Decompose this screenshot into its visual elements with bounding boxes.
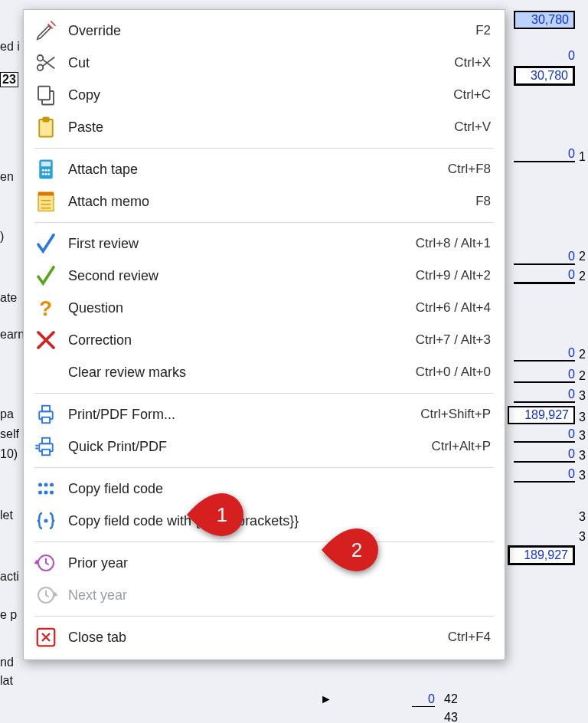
svg-rect-7 [41,162,51,166]
line-number: 3 [579,411,586,424]
svg-point-13 [47,173,50,175]
menu-shortcut: Ctrl+Alt+P [432,439,491,454]
menu-copy-field-code-curly[interactable]: Copy field code with {{curly brackets}} [24,505,505,537]
bg-label: ate [0,291,17,305]
menu-label: First review [68,236,416,252]
line-number: 3 [579,449,586,463]
menu-label: Quick Print/PDF [68,439,432,455]
menu-label: Copy field code with {{curly brackets}} [68,513,491,529]
menu-shortcut: Ctrl+X [454,55,491,70]
printer-icon [34,403,57,426]
check-blue-icon [34,232,57,255]
svg-rect-5 [43,118,49,122]
line-number: 2 [579,348,586,362]
copy-icon [34,83,57,106]
menu-label: Print/PDF Form... [68,407,420,423]
menu-shortcut: Ctrl+Shift+P [420,407,491,422]
svg-rect-15 [38,192,54,196]
line-number: 2 [579,369,586,383]
menu-label: Clear review marks [68,365,416,381]
menu-separator [34,616,494,617]
menu-question[interactable]: ? Question Ctrl+6 / Alt+4 [24,292,505,324]
menu-next-year: Next year [24,579,505,611]
menu-attach-tape[interactable]: Attach tape Ctrl+F8 [24,153,505,185]
line-number: 3 [579,469,586,483]
line-number: 3 [579,530,586,544]
curly-brackets-icon [34,509,57,532]
cell-value[interactable]: 30,780 [514,11,575,29]
cell-value: 0 [514,268,575,284]
svg-point-28 [50,483,54,487]
menu-label: Attach memo [68,194,475,210]
svg-point-31 [50,491,54,495]
menu-shortcut: Ctrl+0 / Alt+0 [416,365,491,380]
cell-value: 0 [514,467,575,483]
svg-point-11 [42,173,44,175]
menu-shortcut: F8 [475,194,491,209]
menu-quick-print[interactable]: Quick Print/PDF Ctrl+Alt+P [24,430,505,463]
menu-shortcut: Ctrl+C [453,87,491,103]
menu-label: Next year [68,587,491,604]
menu-print-pdf[interactable]: Print/PDF Form... Ctrl+Shift+P [24,398,505,430]
menu-label: Second review [68,268,416,284]
menu-label: Close tab [68,630,448,646]
bg-label: 23 [0,72,18,87]
menu-copy-field-code[interactable]: Copy field code [24,473,505,505]
menu-first-review[interactable]: First review Ctrl+8 / Alt+1 [24,227,505,260]
cell-value: 0 [514,147,575,162]
menu-shortcut: F2 [475,23,491,38]
menu-shortcut: Ctrl+9 / Alt+2 [416,268,491,283]
line-number: 43 [444,711,458,723]
menu-copy[interactable]: Copy Ctrl+C [24,79,505,111]
bg-label: pa [0,407,14,421]
menu-second-review[interactable]: Second review Ctrl+9 / Alt+2 [24,260,505,292]
clipboard-icon [34,116,57,139]
svg-point-29 [38,491,42,495]
line-number: 2 [579,250,586,263]
scissors-icon [34,51,57,74]
menu-label: Copy [68,87,453,103]
menu-label: Copy field code [68,481,491,497]
bg-label: ) [0,230,4,244]
menu-separator [34,541,494,542]
svg-point-8 [42,169,44,172]
menu-clear-review[interactable]: Clear review marks Ctrl+0 / Alt+0 [24,356,505,388]
menu-override[interactable]: Override F2 [24,15,505,47]
menu-shortcut: Ctrl+V [454,119,491,135]
menu-separator [34,393,494,394]
question-icon: ? [34,296,57,319]
svg-rect-24 [42,438,50,444]
cell-value: 0 [412,692,435,707]
cell-value[interactable]: 189,927 [508,545,575,565]
clock-back-icon [34,551,57,574]
cell-value: 0 [514,49,575,63]
menu-prior-year[interactable]: Prior year [24,547,505,579]
bg-label: 10) [0,447,18,461]
svg-point-26 [38,483,42,487]
cell-value[interactable]: 189,927 [508,406,575,424]
menu-correction[interactable]: Correction Ctrl+7 / Alt+3 [24,324,505,356]
cell-value: 0 [514,346,575,362]
bg-label: en [0,170,14,184]
cell-value: 0 [514,250,575,265]
svg-point-12 [45,173,47,175]
bg-label: let [0,509,13,522]
menu-cut[interactable]: Cut Ctrl+X [24,47,505,79]
svg-rect-25 [42,450,50,456]
svg-rect-22 [42,417,50,424]
dots-grid-icon [34,477,57,500]
bg-label: self [0,427,19,441]
svg-point-9 [45,169,47,172]
line-number: 1 [579,150,586,164]
svg-point-10 [47,169,50,172]
menu-close-tab[interactable]: Close tab Ctrl+F4 [24,621,505,653]
svg-point-30 [44,491,48,495]
menu-paste[interactable]: Paste Ctrl+V [24,111,505,143]
cell-value[interactable]: 30,780 [514,66,575,86]
svg-point-27 [44,483,48,487]
bg-label: lat [0,674,13,688]
menu-attach-memo[interactable]: Attach memo F8 [24,185,505,218]
x-red-icon [34,329,57,352]
menu-label: Prior year [68,555,491,571]
close-box-icon [34,626,57,649]
